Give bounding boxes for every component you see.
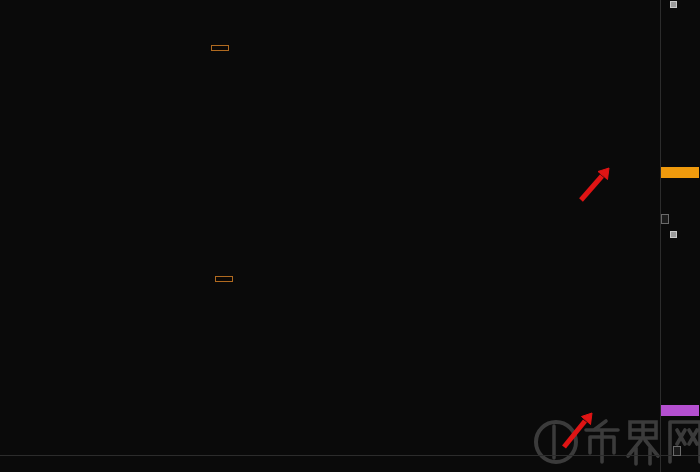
eth-rsi-title-box: [215, 276, 233, 282]
close-icon[interactable]: [680, 231, 689, 240]
restore-icon[interactable]: [670, 1, 677, 8]
eth-rsi-chart[interactable]: [0, 225, 660, 455]
time-axis[interactable]: [0, 456, 700, 472]
btc-current-value-badge: [661, 167, 699, 178]
btc-pane-window-controls: [670, 1, 689, 10]
restore-icon[interactable]: [670, 231, 677, 238]
price-axis-divider: [660, 0, 661, 472]
close-icon[interactable]: [680, 1, 689, 10]
btc-rsi-chart[interactable]: [0, 0, 660, 225]
eth-pane-window-controls: [670, 231, 689, 240]
eth-auto-scale-button[interactable]: [673, 446, 681, 456]
btc-auto-scale-button[interactable]: [661, 214, 669, 224]
trading-terminal-window: [0, 0, 700, 472]
btc-rsi-title-box: [211, 45, 229, 51]
eth-current-value-badge: [661, 405, 699, 416]
